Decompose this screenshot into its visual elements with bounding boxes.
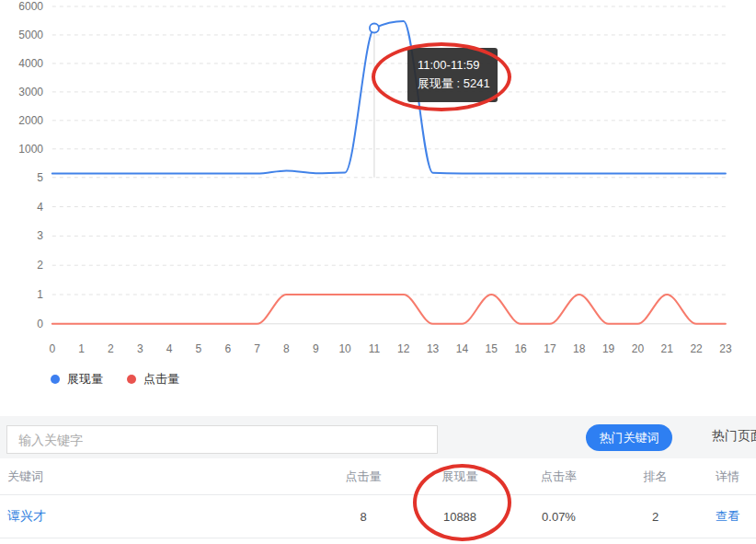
- tooltip-metric-value: 展现量 : 5241: [418, 75, 498, 93]
- axis-tick-label: 1: [37, 288, 43, 301]
- axis-tick-label: 9: [313, 342, 319, 355]
- axis-tick-label: 0: [49, 342, 55, 355]
- hover-marker: [370, 24, 379, 33]
- analytics-page: 6000500040003000200010005432100123456789…: [0, 0, 756, 544]
- axis-tick-label: 5: [196, 342, 202, 355]
- keywords-table: 关键词 点击量 展现量 点击率 排名 详情 谭兴才 8 10888 0.07% …: [0, 458, 756, 538]
- axis-tick-label: 3: [137, 342, 143, 355]
- axis-tick-label: 6: [224, 342, 231, 355]
- axis-tick-label: 1: [78, 342, 85, 355]
- impressions-cell: 10888: [414, 510, 506, 524]
- axis-tick-label: 21: [661, 342, 674, 355]
- axis-tick-label: 5: [37, 171, 43, 184]
- axis-tick-label: 2: [108, 342, 114, 355]
- axis-tick-label: 1000: [18, 143, 43, 156]
- tooltip-time-range: 11:00-11:59: [418, 56, 498, 75]
- axis-tick-label: 23: [719, 342, 732, 355]
- axis-tick-label: 4: [37, 201, 43, 214]
- axis-tick-label: 11: [369, 342, 381, 355]
- keyword-link[interactable]: 谭兴才: [7, 508, 46, 523]
- col-keyword: 关键词: [0, 469, 313, 485]
- legend-clicks-label: 点击量: [143, 371, 179, 388]
- chart-tooltip: 11:00-11:59 展现量 : 5241: [407, 48, 498, 102]
- axis-tick-label: 15: [486, 342, 498, 355]
- col-rank: 排名: [612, 469, 699, 485]
- axis-tick-label: 4000: [18, 57, 43, 70]
- detail-link[interactable]: 查看: [716, 509, 739, 523]
- table-row: 谭兴才 8 10888 0.07% 2 查看: [0, 495, 756, 538]
- col-clicks: 点击量: [313, 469, 414, 485]
- ctr-cell: 0.07%: [506, 510, 612, 524]
- col-detail: 详情: [699, 469, 756, 485]
- axis-tick-label: 18: [573, 342, 586, 355]
- axis-tick-label: 7: [254, 342, 260, 355]
- axis-tick-label: 22: [690, 342, 703, 355]
- series-line-top: [52, 21, 726, 173]
- axis-tick-label: 16: [514, 342, 527, 355]
- axis-tick-label: 0: [37, 318, 43, 330]
- axis-tick-label: 6000: [18, 0, 43, 13]
- axis-tick-label: 2000: [18, 114, 43, 127]
- axis-tick-label: 17: [544, 342, 556, 355]
- axis-tick-label: 13: [427, 342, 440, 355]
- axis-tick-label: 20: [632, 342, 645, 355]
- legend-impressions-label: 展现量: [67, 371, 103, 388]
- chart-legend: 展现量 点击量: [51, 371, 179, 388]
- col-ctr: 点击率: [506, 469, 612, 485]
- hot-keywords-button[interactable]: 热门关键词: [586, 424, 672, 451]
- clicks-dot-icon: [127, 375, 136, 384]
- legend-item-clicks[interactable]: 点击量: [127, 371, 179, 388]
- axis-tick-label: 5000: [18, 29, 43, 41]
- legend-item-impressions[interactable]: 展现量: [51, 371, 103, 388]
- clicks-cell: 8: [313, 510, 414, 524]
- axis-tick-label: 3000: [18, 86, 43, 98]
- axis-tick-label: 2: [37, 259, 43, 272]
- hot-pages-link[interactable]: 热门页面: [712, 428, 756, 445]
- col-impressions: 展现量: [414, 469, 506, 485]
- axis-tick-label: 10: [338, 342, 351, 355]
- axis-tick-label: 12: [397, 342, 410, 355]
- axis-tick-label: 3: [37, 229, 43, 242]
- series-line-bottom: [52, 295, 726, 324]
- table-header-row: 关键词 点击量 展现量 点击率 排名 详情: [0, 458, 756, 495]
- rank-cell: 2: [612, 510, 699, 524]
- axis-tick-label: 14: [456, 342, 469, 355]
- axis-tick-label: 19: [602, 342, 615, 355]
- keyword-search-input[interactable]: [6, 425, 438, 454]
- filter-bar: 热门关键词 热门页面: [0, 416, 756, 458]
- impressions-dot-icon: [51, 375, 60, 384]
- line-chart[interactable]: 6000500040003000200010005432100123456789…: [0, 0, 756, 364]
- axis-tick-label: 4: [166, 342, 173, 355]
- axis-tick-label: 8: [283, 342, 290, 355]
